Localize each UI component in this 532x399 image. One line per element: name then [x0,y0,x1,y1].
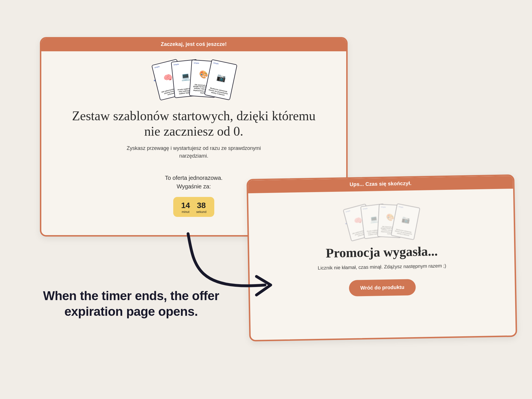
timer-seconds-value: 38 [196,201,206,210]
card-logo: simple [213,62,235,68]
timer-seconds-label: sekund [196,210,206,213]
brain-icon: 🧠 [163,73,173,82]
annotation-caption: When the timer ends, the offer expiratio… [40,288,222,319]
template-cards-group-faded: + simple 🧠 Jak wykorzystać chat do pisan… [345,203,418,238]
timer-minutes: 14 minut [181,201,190,213]
camera-icon: 📷 [401,215,411,223]
card-caption: Skuteczna sekwencja Stories do gromadzen… [393,228,413,237]
back-to-product-button[interactable]: Wróć do produktu [349,279,416,296]
palette-icon: 🎨 [386,213,394,221]
camera-icon: 📷 [216,73,227,82]
laptop-icon: 💻 [181,72,191,80]
palette-icon: 🎨 [199,70,209,78]
timer-seconds: 38 sekund [196,201,206,213]
laptop-icon: 💻 [369,215,378,223]
countdown-timer: 14 minut 38 sekund [173,197,215,217]
template-cards-group: + simple 🧠 Jak wykorzystać chat do pisan… [153,60,234,96]
expired-subtext: Licznik nie kłamał, czas minął. Zdążysz … [266,262,497,272]
timer-minutes-label: minut [181,210,190,213]
card-caption: Skuteczna sekwencja Stories do gromadzen… [207,87,229,97]
expired-heading: Promocja wygasła... [266,243,497,262]
expired-window: Ups... Czas się skończył. + simple 🧠 Jak… [246,174,517,341]
offer-window-header: Zaczekaj, jest coś jeszcze! [41,38,346,51]
card-logo: simple [398,206,418,211]
expired-window-content: + simple 🧠 Jak wykorzystać chat do pisan… [248,189,515,310]
timer-minutes-value: 14 [181,201,190,210]
brain-icon: 🧠 [353,216,363,225]
offer-subtext: Zyskasz przewagę i wystartujesz od razu … [120,144,268,160]
offer-heading: Zestaw szablonów startowych, dzięki któr… [68,108,319,139]
